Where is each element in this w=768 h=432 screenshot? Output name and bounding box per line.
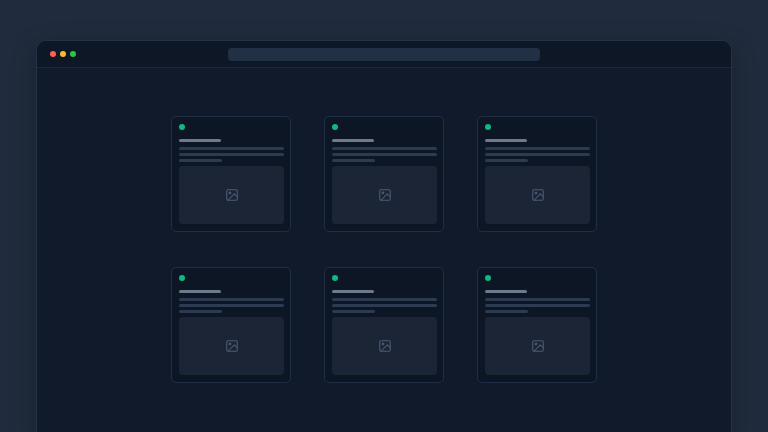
status-dot-icon	[332, 275, 338, 281]
skeleton-text-line-short	[485, 159, 528, 162]
skeleton-text-line	[179, 153, 284, 156]
card-grid	[171, 116, 597, 383]
card[interactable]	[171, 116, 291, 232]
card[interactable]	[477, 116, 597, 232]
skeleton-text-line-short	[332, 310, 375, 313]
skeleton-text-line-short	[179, 159, 222, 162]
image-icon	[378, 339, 392, 353]
card[interactable]	[477, 267, 597, 383]
card[interactable]	[324, 267, 444, 383]
status-dot-icon	[332, 124, 338, 130]
skeleton-title-bar	[485, 290, 527, 293]
maximize-button[interactable]	[70, 51, 76, 57]
skeleton-text-line-short	[485, 310, 528, 313]
skeleton-text-line	[332, 304, 437, 307]
skeleton-title-bar	[485, 139, 527, 142]
skeleton-text-line	[485, 304, 590, 307]
skeleton-title-bar	[332, 139, 374, 142]
skeleton-text-line	[485, 153, 590, 156]
skeleton-text-line	[179, 147, 284, 150]
skeleton-text-line	[485, 298, 590, 301]
skeleton-title-bar	[179, 290, 221, 293]
skeleton-text-line-short	[332, 159, 375, 162]
window-titlebar[interactable]	[37, 41, 731, 68]
window-controls	[50, 41, 76, 67]
image-icon	[531, 188, 545, 202]
skeleton-text-line-short	[179, 310, 222, 313]
skeleton-text-line	[332, 298, 437, 301]
address-bar[interactable]	[228, 48, 540, 61]
skeleton-title-bar	[179, 139, 221, 142]
skeleton-text-line	[179, 304, 284, 307]
browser-window	[36, 40, 732, 432]
image-icon	[225, 188, 239, 202]
minimize-button[interactable]	[60, 51, 66, 57]
skeleton-text-line	[332, 153, 437, 156]
status-dot-icon	[485, 275, 491, 281]
image-placeholder	[332, 317, 437, 376]
status-dot-icon	[485, 124, 491, 130]
card[interactable]	[171, 267, 291, 383]
skeleton-text-line	[332, 147, 437, 150]
image-placeholder	[332, 166, 437, 225]
desktop-background	[0, 0, 768, 432]
status-dot-icon	[179, 275, 185, 281]
image-icon	[225, 339, 239, 353]
card[interactable]	[324, 116, 444, 232]
image-placeholder	[179, 317, 284, 376]
status-dot-icon	[179, 124, 185, 130]
skeleton-title-bar	[332, 290, 374, 293]
skeleton-text-line	[179, 298, 284, 301]
image-placeholder	[485, 166, 590, 225]
image-icon	[531, 339, 545, 353]
image-placeholder	[485, 317, 590, 376]
image-placeholder	[179, 166, 284, 225]
close-button[interactable]	[50, 51, 56, 57]
page-content	[37, 68, 731, 383]
skeleton-text-line	[485, 147, 590, 150]
image-icon	[378, 188, 392, 202]
